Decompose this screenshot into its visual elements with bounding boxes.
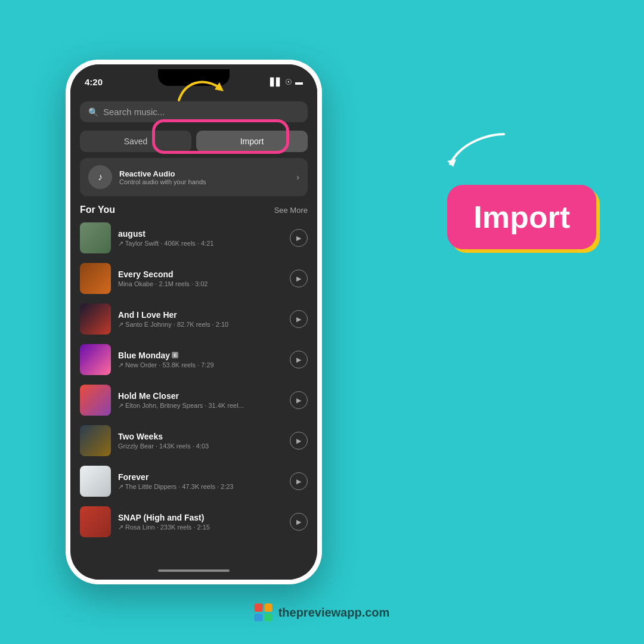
song-thumbnail (80, 304, 111, 335)
song-item[interactable]: Every SecondMina Okabe · 2.1M reels · 3:… (70, 258, 317, 299)
song-thumbnail (80, 222, 111, 253)
logo-cell-1 (255, 603, 263, 612)
song-thumbnail (80, 506, 111, 537)
song-item[interactable]: Forever↗ The Little Dippers · 47.3K reel… (70, 461, 317, 501)
song-info: SNAP (High and Fast)↗ Rosa Linn · 233K r… (118, 513, 283, 531)
song-info: august↗ Taylor Swift · 406K reels · 4:21 (118, 229, 283, 247)
song-meta: ↗ New Order · 53.8K reels · 7:29 (118, 361, 283, 369)
import-badge-label: Import (473, 200, 570, 234)
search-input[interactable]: Search music... (103, 107, 165, 117)
play-button[interactable]: ▶ (290, 229, 308, 247)
tab-saved[interactable]: Saved (80, 131, 191, 152)
song-title: Blue Monday (118, 351, 170, 360)
tabs-area: Saved Import (70, 127, 317, 158)
curved-arrow-annotation (444, 128, 516, 176)
song-thumbnail (80, 385, 111, 416)
phone-mockup: 4:20 ▋▋ ☉ ▬ 🔍 Search music... Saved Impo… (66, 60, 322, 584)
reactive-text: Reactive Audio Control audio with your h… (119, 169, 206, 185)
song-title: Hold Me Closer (118, 391, 179, 401)
reactive-title: Reactive Audio (119, 169, 206, 178)
song-meta: ↗ The Little Dippers · 47.3K reels · 2:2… (118, 483, 283, 491)
song-title: And I Love Her (118, 310, 177, 320)
explicit-badge: E (172, 352, 178, 358)
song-title: Every Second (118, 270, 174, 279)
song-title: Two Weeks (118, 432, 163, 441)
song-thumbnail (80, 344, 111, 375)
song-item[interactable]: august↗ Taylor Swift · 406K reels · 4:21… (70, 218, 317, 258)
svg-marker-1 (447, 159, 456, 167)
reactive-arrow-icon: › (296, 172, 299, 182)
song-info: Blue MondayE↗ New Order · 53.8K reels · … (118, 351, 283, 369)
song-list: august↗ Taylor Swift · 406K reels · 4:21… (70, 218, 317, 562)
play-button[interactable]: ▶ (290, 351, 308, 369)
section-title: For You (80, 205, 115, 215)
home-indicator (158, 569, 230, 572)
song-meta: ↗ Taylor Swift · 406K reels · 4:21 (118, 240, 283, 247)
song-meta: ↗ Rosa Linn · 233K reels · 2:15 (118, 524, 283, 531)
song-item[interactable]: Blue MondayE↗ New Order · 53.8K reels · … (70, 339, 317, 380)
song-title: august (118, 229, 145, 239)
signal-icon: ▋▋ (270, 78, 282, 86)
search-icon: 🔍 (88, 107, 98, 117)
tab-import[interactable]: Import (196, 131, 308, 152)
logo-cell-3 (255, 614, 263, 622)
status-icons: ▋▋ ☉ ▬ (270, 78, 303, 86)
phone-notch (158, 69, 230, 86)
logo-cell-4 (264, 614, 273, 622)
song-thumbnail (80, 466, 111, 497)
song-item[interactable]: Two WeeksGrizzly Bear · 143K reels · 4:0… (70, 420, 317, 461)
bottom-bar (70, 562, 317, 580)
song-meta: ↗ Santo E Johnny · 82.7K reels · 2:10 (118, 321, 283, 329)
battery-icon: ▬ (295, 78, 303, 86)
play-button[interactable]: ▶ (290, 472, 308, 490)
play-button[interactable]: ▶ (290, 391, 308, 409)
song-thumbnail (80, 263, 111, 294)
import-badge: Import (447, 185, 596, 249)
reactive-subtitle: Control audio with your hands (119, 178, 206, 185)
logo-cell-2 (264, 603, 273, 612)
footer: thepreviewapp.com (255, 603, 390, 621)
footer-website: thepreviewapp.com (278, 606, 390, 620)
search-bar[interactable]: 🔍 Search music... (80, 101, 308, 122)
song-info: Hold Me Closer↗ Elton John, Britney Spea… (118, 391, 283, 410)
play-button[interactable]: ▶ (290, 270, 308, 287)
song-info: Forever↗ The Little Dippers · 47.3K reel… (118, 472, 283, 491)
phone-body: 4:20 ▋▋ ☉ ▬ 🔍 Search music... Saved Impo… (66, 60, 322, 584)
play-button[interactable]: ▶ (290, 513, 308, 531)
song-title: Forever (118, 472, 148, 482)
song-meta: Mina Okabe · 2.1M reels · 3:02 (118, 280, 283, 287)
song-title: SNAP (High and Fast) (118, 513, 204, 522)
status-time: 4:20 (85, 77, 103, 87)
footer-logo (255, 603, 273, 621)
song-meta: Grizzly Bear · 143K reels · 4:03 (118, 442, 283, 450)
song-info: Every SecondMina Okabe · 2.1M reels · 3:… (118, 270, 283, 287)
song-item[interactable]: SNAP (High and Fast)↗ Rosa Linn · 233K r… (70, 501, 317, 542)
wifi-icon: ☉ (285, 78, 292, 86)
song-item[interactable]: And I Love Her↗ Santo E Johnny · 82.7K r… (70, 299, 317, 339)
play-button[interactable]: ▶ (290, 310, 308, 328)
song-info: And I Love Her↗ Santo E Johnny · 82.7K r… (118, 310, 283, 329)
phone-screen: 4:20 ▋▋ ☉ ▬ 🔍 Search music... Saved Impo… (70, 64, 317, 580)
song-item[interactable]: Hold Me Closer↗ Elton John, Britney Spea… (70, 380, 317, 420)
song-info: Two WeeksGrizzly Bear · 143K reels · 4:0… (118, 432, 283, 450)
reactive-audio-banner[interactable]: ♪ Reactive Audio Control audio with your… (80, 158, 308, 196)
section-header: For You See More (70, 199, 317, 218)
song-meta: ↗ Elton John, Britney Spears · 31.4K ree… (118, 402, 283, 410)
play-button[interactable]: ▶ (290, 432, 308, 450)
see-more-link[interactable]: See More (274, 206, 308, 215)
search-area: 🔍 Search music... (70, 94, 317, 127)
song-thumbnail (80, 425, 111, 456)
reactive-audio-icon: ♪ (88, 165, 112, 189)
